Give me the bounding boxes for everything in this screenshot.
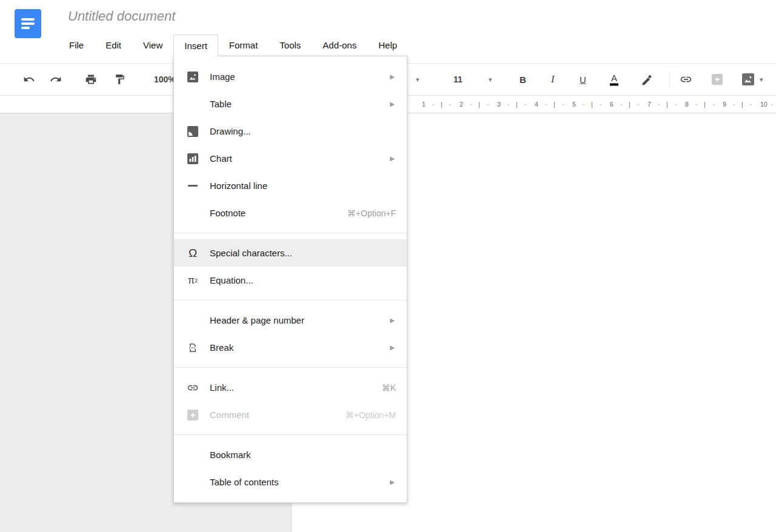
zoom-value: 100% (154, 75, 176, 84)
menu-item-header-page-number[interactable]: Header & page number ▶ (174, 307, 407, 334)
insert-link-button[interactable] (680, 73, 692, 86)
font-size-value: 11 (453, 75, 463, 84)
app-header: Untitled document File Edit View Insert … (0, 0, 776, 63)
menu-item-label: Comment (210, 410, 249, 420)
equation-icon: π2 (184, 275, 202, 286)
submenu-arrow-icon: ▶ (390, 479, 395, 485)
menu-item-link[interactable]: Link... ⌘K (174, 374, 407, 401)
menu-divider (174, 233, 407, 233)
menu-divider (174, 434, 407, 435)
ruler-unit: 1 · | · (422, 96, 460, 113)
ruler-marks: 1 · | · 2 · | · 3 · | · 4 · | · 5 · | · … (422, 96, 776, 113)
menu-item-comment: + Comment ⌘+Option+M (174, 401, 407, 428)
image-icon (184, 71, 202, 82)
link-icon (184, 382, 202, 394)
print-icon (85, 73, 97, 85)
menubar-item-tools[interactable]: Tools (269, 35, 312, 56)
submenu-arrow-icon: ▶ (390, 318, 395, 324)
print-button[interactable] (85, 73, 97, 85)
submenu-arrow-icon: ▶ (390, 156, 395, 162)
undo-icon (23, 73, 35, 85)
zoom-select[interactable]: 100% (154, 75, 176, 84)
menu-divider (174, 300, 407, 301)
menu-item-shortcut: ⌘+Option+F (347, 208, 396, 218)
page-break-icon (184, 342, 202, 353)
ruler-unit: 6 · | · (610, 96, 647, 113)
menubar-item-edit[interactable]: Edit (95, 35, 132, 56)
ruler-unit: 8 · | · (685, 96, 723, 113)
menu-item-label: Horizontal line (210, 181, 267, 191)
menu-item-table[interactable]: Table ▶ (174, 90, 407, 118)
comment-icon: + (712, 74, 723, 85)
drawing-icon (184, 126, 202, 137)
image-icon (742, 73, 754, 85)
redo-icon (50, 73, 62, 85)
omega-icon: Ω (184, 247, 202, 260)
menu-item-label: Break (210, 342, 233, 353)
highlighter-icon (641, 74, 653, 85)
ruler-unit: 7 · | · (647, 96, 685, 113)
menu-item-label: Bookmark (210, 450, 251, 460)
bold-button[interactable]: B (520, 75, 526, 85)
redo-button[interactable] (50, 73, 62, 85)
menu-item-label: Link... (210, 382, 234, 393)
menubar: File Edit View Insert Format Tools Add-o… (58, 35, 408, 56)
font-size-select[interactable]: 11 (453, 75, 463, 84)
menu-item-label: Equation... (210, 275, 253, 285)
ruler-unit: 5 · | · (572, 96, 610, 113)
menu-item-label: Chart (210, 153, 232, 164)
undo-button[interactable] (23, 73, 35, 85)
docs-logo-icon[interactable] (15, 9, 41, 38)
menubar-item-format[interactable]: Format (218, 35, 269, 56)
menu-item-horizontal-line[interactable]: Horizontal line (174, 172, 407, 199)
ruler-unit: 2 · | · (460, 96, 497, 113)
menu-item-bookmark[interactable]: Bookmark (174, 441, 407, 468)
menu-item-label: Table of contents (210, 477, 278, 487)
menubar-item-view[interactable]: View (132, 35, 173, 56)
text-color-button[interactable]: A (610, 73, 618, 86)
menu-item-image[interactable]: Image ▶ (174, 63, 407, 90)
submenu-arrow-icon: ▶ (390, 101, 395, 107)
menu-item-label: Table (210, 99, 232, 109)
submenu-arrow-icon: ▶ (390, 74, 395, 80)
underline-button[interactable]: U (580, 75, 586, 85)
insert-comment-button: + (712, 74, 723, 85)
insert-menu: Image ▶ Table ▶ Drawing... Chart ▶ Horiz… (173, 56, 407, 503)
horizontal-line-icon (184, 185, 202, 187)
menu-item-shortcut: ⌘+Option+M (346, 410, 396, 420)
menu-item-table-of-contents[interactable]: Table of contents ▶ (174, 468, 407, 496)
ruler-unit: 9 · | · (723, 96, 760, 113)
link-icon (680, 73, 692, 86)
font-size-dropdown-arrow[interactable]: ▾ (489, 76, 492, 83)
document-title-input[interactable]: Untitled document (68, 8, 175, 24)
menu-item-label: Header & page number (210, 315, 304, 325)
menubar-item-help[interactable]: Help (367, 35, 408, 56)
menu-item-chart[interactable]: Chart ▶ (174, 145, 407, 172)
menu-item-drawing[interactable]: Drawing... (174, 118, 407, 145)
italic-button[interactable]: I (551, 74, 554, 85)
ruler-unit: 3 · | · (497, 96, 535, 113)
menu-item-label: Drawing... (210, 126, 251, 136)
chart-icon (184, 153, 202, 164)
ruler-unit: 10 · | · (760, 96, 776, 113)
menu-item-label: Footnote (210, 208, 246, 218)
menu-item-label: Image (210, 71, 235, 82)
menu-item-special-characters[interactable]: Ω Special characters... (174, 239, 407, 267)
menu-item-shortcut: ⌘K (382, 383, 396, 393)
font-family-dropdown-arrow[interactable]: ▾ (416, 76, 420, 83)
menubar-item-file[interactable]: File (58, 35, 95, 56)
paint-format-button[interactable] (114, 74, 125, 85)
paint-format-icon (114, 74, 125, 85)
menu-item-footnote[interactable]: Footnote ⌘+Option+F (174, 199, 407, 227)
menubar-item-insert[interactable]: Insert (173, 35, 218, 56)
highlight-color-button[interactable] (641, 74, 653, 85)
menu-item-label: Special characters... (210, 248, 292, 258)
ruler-unit: 4 · | · (535, 96, 572, 113)
menu-item-equation[interactable]: π2 Equation... (174, 267, 407, 294)
menu-divider (174, 367, 407, 368)
menubar-item-addons[interactable]: Add-ons (312, 35, 367, 56)
toolbar-separator (669, 72, 670, 88)
insert-image-button[interactable] (742, 73, 754, 85)
insert-image-dropdown-arrow[interactable]: ▾ (760, 76, 763, 83)
menu-item-break[interactable]: Break ▶ (174, 334, 407, 361)
